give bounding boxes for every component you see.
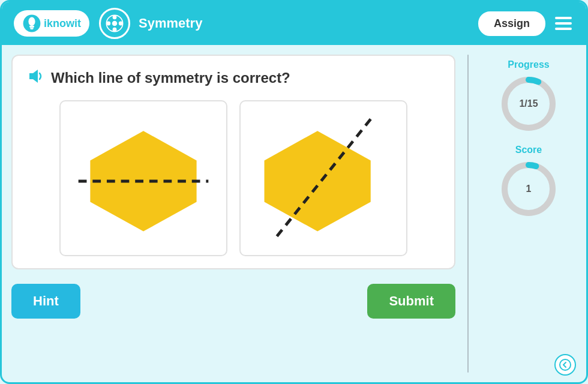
submit-button[interactable]: Submit <box>367 284 455 319</box>
logo-text: iknowit <box>44 17 81 30</box>
progress-value: 1/15 <box>519 98 538 109</box>
svg-rect-2 <box>29 26 34 27</box>
score-value: 1 <box>526 184 532 194</box>
svg-point-6 <box>112 21 118 26</box>
left-panel: Which line of symmetry is correct? <box>11 55 455 373</box>
option-card-1[interactable] <box>59 100 227 256</box>
score-label: Score <box>515 145 542 155</box>
menu-line-1 <box>555 17 572 19</box>
back-arrow-icon <box>559 359 571 371</box>
svg-point-20 <box>560 359 571 370</box>
assign-button[interactable]: Assign <box>478 11 545 36</box>
header-right: Assign <box>478 11 574 36</box>
svg-point-9 <box>106 22 110 26</box>
speaker-icon[interactable] <box>27 68 44 88</box>
film-reel-icon <box>104 13 125 34</box>
main-content: Which line of symmetry is correct? <box>2 45 586 382</box>
svg-point-10 <box>119 22 123 26</box>
svg-rect-4 <box>31 28 34 29</box>
logo-icon <box>22 14 41 33</box>
progress-label: Progress <box>508 59 549 70</box>
question-header: Which line of symmetry is correct? <box>27 68 440 88</box>
question-area: Which line of symmetry is correct? <box>11 55 455 269</box>
menu-line-2 <box>555 22 572 25</box>
header: iknowit Symmetry Assign <box>2 2 586 45</box>
answer-options <box>27 100 440 256</box>
lesson-icon-container <box>99 8 130 39</box>
option-2-svg <box>241 101 406 255</box>
svg-point-1 <box>28 17 35 26</box>
option-card-2[interactable] <box>239 100 407 256</box>
menu-button[interactable] <box>553 14 574 32</box>
score-ring: 1 <box>500 160 557 218</box>
svg-marker-14 <box>265 131 371 231</box>
right-panel: Progress 1/15 Score <box>481 55 577 373</box>
progress-ring: 1/15 <box>500 75 557 133</box>
score-section: Score 1 <box>500 145 557 218</box>
option-1-svg <box>61 101 226 255</box>
question-text: Which line of symmetry is correct? <box>51 70 290 86</box>
back-button[interactable] <box>554 354 576 376</box>
progress-section: Progress 1/15 <box>500 59 557 133</box>
bottom-buttons: Hint Submit <box>11 279 455 323</box>
menu-line-3 <box>555 28 572 30</box>
nav-bottom <box>554 354 576 376</box>
panel-divider <box>467 55 469 373</box>
logo-container: iknowit <box>14 10 89 37</box>
svg-point-8 <box>113 28 117 32</box>
svg-rect-3 <box>30 28 34 29</box>
lesson-title: Symmetry <box>139 16 478 31</box>
svg-point-7 <box>113 15 117 19</box>
svg-marker-11 <box>29 70 38 83</box>
app-container: iknowit Symmetry Assign <box>0 0 588 384</box>
hint-button[interactable]: Hint <box>11 284 80 319</box>
